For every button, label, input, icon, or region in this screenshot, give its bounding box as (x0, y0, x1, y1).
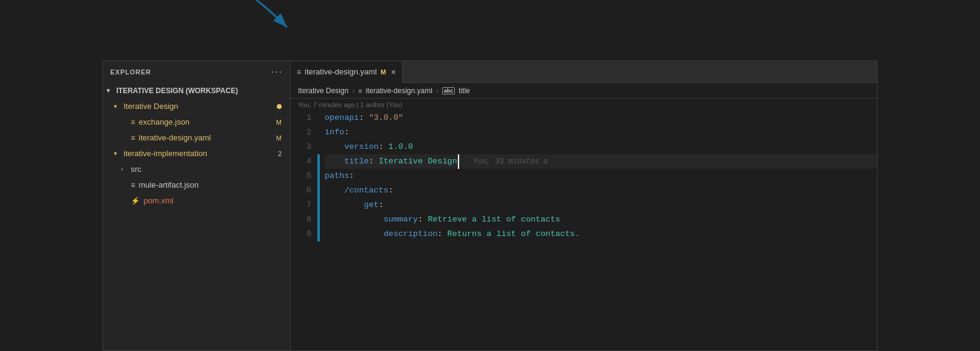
sidebar-item-exchange-json[interactable]: ≡ exchange.json M (103, 114, 290, 130)
inline-blame-text: You, 33 minutes a (474, 154, 548, 169)
file-label: pom.xml (144, 194, 286, 208)
sidebar-item-iterative-design[interactable]: ▾ Iterative Design (103, 99, 290, 114)
code-line-4: title: Iterative Design​You, 33 minutes … (325, 154, 877, 169)
code-line-1: openapi: "3.0.0" (325, 111, 877, 125)
workspace-root-item[interactable]: ▾ ITERATIVE DESIGN (WORKSPACE) (103, 83, 290, 99)
code-token: : (388, 183, 393, 198)
code-line-5: paths: (325, 169, 877, 183)
tab-bar: ≡ iterative-design.yaml M × (291, 61, 877, 83)
sidebar-item-iterative-implementation[interactable]: ▾ iterative-implementation 2 (103, 146, 290, 162)
chevron-down-icon: ▾ (114, 100, 124, 113)
chevron-down-icon: ▾ (114, 147, 124, 160)
code-token: /contacts (344, 183, 388, 198)
code-token: : (369, 154, 379, 169)
code-token: : (418, 212, 428, 227)
line-number-9: 9 (300, 227, 311, 241)
code-token: Returns a list of contacts. (448, 227, 580, 241)
sidebar-item-mule-artifact[interactable]: ≡ mule-artifact.json (103, 177, 290, 193)
code-line-2: info: (325, 125, 877, 140)
editor-tab-iterative-design-yaml[interactable]: ≡ iterative-design.yaml M × (291, 61, 403, 83)
code-token: : (437, 227, 447, 241)
blame-annotation-bar: You, 7 minutes ago | 1 author (You) (291, 99, 877, 111)
count-badge: 2 (278, 147, 282, 160)
file-label: mule-artifact.json (139, 179, 286, 192)
code-token (325, 183, 344, 198)
code-line-6: /contacts: (325, 183, 877, 198)
code-token: : (379, 140, 388, 154)
folder-label: Iterative Design (124, 100, 277, 113)
code-token: Iterative Design (379, 154, 457, 169)
code-token: get (364, 198, 379, 212)
line-number-7: 7 (300, 198, 311, 212)
folder-label: iterative-implementation (124, 147, 278, 160)
code-token: : (359, 111, 369, 125)
chevron-down-icon: ▾ (107, 84, 116, 97)
breadcrumb-part-file[interactable]: iterative-design.yaml (366, 87, 432, 95)
code-line-7: get: (325, 198, 877, 212)
code-token (325, 140, 344, 154)
breadcrumb-sep-2: › (436, 87, 439, 95)
chevron-right-icon: › (121, 163, 131, 176)
code-token (325, 212, 383, 227)
sidebar-item-src[interactable]: › src (103, 162, 290, 177)
code-token: : (349, 169, 354, 183)
modified-dot-indicator (277, 104, 282, 109)
sidebar: EXPLORER ··· ▾ ITERATIVE DESIGN (WORKSPA… (103, 61, 291, 350)
file-label: iterative-design.yaml (139, 131, 276, 145)
workspace-root-label: ITERATIVE DESIGN (WORKSPACE) (116, 84, 286, 97)
modified-badge: M (276, 116, 282, 129)
code-token: paths (325, 169, 349, 183)
rss-icon: ⚡ (131, 194, 140, 208)
breadcrumb-part-folder[interactable]: Iterative Design (298, 87, 348, 95)
breadcrumb-part-symbol[interactable]: title (459, 87, 470, 95)
breadcrumb-file-icon: ≡ (358, 87, 362, 94)
line-number-2: 2 (300, 125, 311, 140)
line-number-4: 4 (300, 154, 311, 169)
code-token: Retrieve a list of contacts (428, 212, 560, 227)
code-content: openapi: "3.0.0" info: version: 1.0.0 ti… (320, 111, 877, 350)
tab-close-button[interactable]: × (391, 67, 396, 77)
line-number-6: 6 (300, 183, 311, 198)
code-token (325, 198, 364, 212)
code-token: version (344, 140, 379, 154)
code-editor[interactable]: 1 2 3 4 5 6 7 8 9 (291, 111, 877, 350)
sidebar-title-label: EXPLORER (110, 68, 151, 76)
modified-badge: M (276, 131, 282, 145)
ide-container: EXPLORER ··· ▾ ITERATIVE DESIGN (WORKSPA… (102, 24, 878, 327)
sidebar-item-iterative-design-yaml[interactable]: ≡ iterative-design.yaml M (103, 130, 290, 146)
code-token: openapi (325, 111, 359, 125)
file-icon: ≡ (131, 179, 135, 192)
code-token: 1.0.0 (388, 140, 413, 154)
code-token: : (344, 125, 349, 140)
line-number-5: 5 (300, 169, 311, 183)
ide-window: EXPLORER ··· ▾ ITERATIVE DESIGN (WORKSPA… (102, 61, 878, 351)
code-token: "3.0.0" (369, 111, 403, 125)
tab-name-label: iterative-design.yaml (305, 67, 377, 76)
folder-label: src (131, 163, 286, 176)
breadcrumb-sep-1: › (352, 87, 354, 95)
file-icon: ≡ (131, 116, 135, 129)
breadcrumb-abc-icon: abc (442, 87, 455, 94)
code-line-8: summary: Retrieve a list of contacts (325, 212, 877, 227)
code-token: summary (383, 212, 418, 227)
text-cursor: ​ (458, 154, 459, 169)
breadcrumb: Iterative Design › ≡ iterative-design.ya… (291, 83, 877, 99)
tab-modified-indicator: M (380, 68, 386, 76)
editor-area: ≡ iterative-design.yaml M × Iterative De… (291, 61, 877, 350)
file-icon: ≡ (131, 131, 135, 145)
line-number-3: 3 (300, 140, 311, 154)
code-token: title (344, 154, 369, 169)
code-line-3: version: 1.0.0 (325, 140, 877, 154)
tab-file-icon: ≡ (297, 68, 301, 76)
code-token: info (325, 125, 344, 140)
sidebar-item-pom-xml[interactable]: ⚡ pom.xml (103, 193, 290, 209)
line-number-8: 8 (300, 212, 311, 227)
arrow-annotation (230, 0, 302, 36)
line-number-1: 1 (300, 111, 311, 125)
sidebar-header: EXPLORER ··· (103, 61, 290, 83)
code-token: : (379, 198, 383, 212)
line-numbers: 1 2 3 4 5 6 7 8 9 (291, 111, 317, 350)
sidebar-more-button[interactable]: ··· (271, 67, 283, 77)
code-token (325, 227, 383, 241)
file-label: exchange.json (139, 116, 276, 129)
